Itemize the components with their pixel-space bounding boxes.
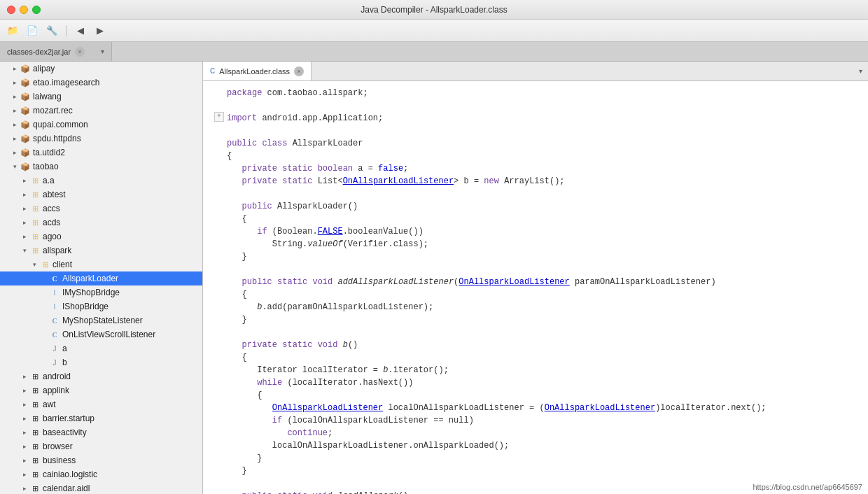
code-tab-label: AllsparkLoader.class bbox=[219, 67, 290, 76]
tree-label: alipay bbox=[33, 64, 55, 73]
code-line: { bbox=[203, 351, 868, 364]
tree-label: OnListViewScrollListener bbox=[62, 330, 155, 339]
watermark: https://blog.csdn.net/ap6645697 bbox=[752, 483, 862, 491]
tree-item-ta-utdid2[interactable]: 📦 ta.utdid2 bbox=[0, 146, 202, 160]
code-line: OnAllsparkLoadListener localOnAllsparkLo… bbox=[203, 402, 868, 414]
settings-button[interactable]: 🔧 bbox=[45, 24, 59, 38]
tree-label: IMyShopBridge bbox=[62, 288, 120, 297]
file-tree-panel[interactable]: 📦 alipay 📦 etao.imagesearch 📦 laiwang 📦 … bbox=[0, 62, 203, 494]
code-line: private static boolean a = false; bbox=[203, 162, 868, 175]
tree-item-etao-imagesearch[interactable]: 📦 etao.imagesearch bbox=[0, 76, 202, 90]
tree-item-awt[interactable]: ⊞ awt bbox=[0, 397, 202, 411]
tree-arrow bbox=[20, 470, 29, 479]
tree-label: IShopBridge bbox=[62, 302, 108, 311]
toolbar-separator bbox=[66, 25, 66, 36]
tree-item-cainiao-logistic[interactable]: ⊞ cainiao.logistic bbox=[0, 467, 202, 481]
code-line: } bbox=[203, 250, 868, 263]
package-icon: ⊞ bbox=[29, 469, 41, 480]
close-button[interactable] bbox=[7, 6, 15, 14]
tree-label: qupai.common bbox=[33, 120, 88, 129]
tree-item-applink[interactable]: ⊞ applink bbox=[0, 383, 202, 397]
code-tab-close[interactable]: × bbox=[294, 66, 304, 76]
tree-item-business[interactable]: ⊞ business bbox=[0, 453, 202, 467]
open-folder-button[interactable]: 📁 bbox=[6, 24, 20, 38]
fold-button[interactable]: + bbox=[214, 112, 224, 122]
tree-item-calendar-aidl[interactable]: ⊞ calendar.aidl bbox=[0, 481, 202, 494]
tree-item-allspark[interactable]: ⊞ allspark bbox=[0, 244, 202, 257]
code-content[interactable]: package com.taobao.allspark; + import an… bbox=[203, 81, 868, 494]
package-icon: ⊞ bbox=[29, 399, 41, 410]
code-line: public AllsparkLoader() bbox=[203, 200, 868, 213]
code-line: private static void b() bbox=[203, 339, 868, 351]
code-line: { bbox=[203, 389, 868, 402]
code-line: String.valueOf(Verifier.class); bbox=[203, 238, 868, 250]
tree-item-ishopbridge[interactable]: I IShopBridge bbox=[0, 299, 202, 313]
maximize-button[interactable] bbox=[32, 6, 41, 14]
tree-item-qupai-common[interactable]: 📦 qupai.common bbox=[0, 118, 202, 132]
jar-dropdown-arrow[interactable]: ▾ bbox=[101, 48, 104, 55]
tree-label: applink bbox=[43, 386, 69, 395]
tree-item-baseactivity[interactable]: ⊞ baseactivity bbox=[0, 425, 202, 439]
tree-item-spdu-httpdns[interactable]: 📦 spdu.httpdns bbox=[0, 132, 202, 146]
tree-item-browser[interactable]: ⊞ browser bbox=[0, 439, 202, 453]
tree-label: cainiao.logistic bbox=[43, 470, 97, 479]
code-line: { bbox=[203, 150, 868, 162]
tree-arrow bbox=[10, 120, 20, 129]
code-line: if (Boolean.FALSE.booleanValue()) bbox=[203, 225, 868, 238]
open-file-button[interactable]: 📄 bbox=[25, 24, 39, 38]
tree-item-b[interactable]: J b bbox=[0, 355, 202, 369]
tree-arrow bbox=[20, 246, 29, 255]
tree-item-acds[interactable]: ⊞ acds bbox=[0, 216, 202, 230]
tree-item-laiwang[interactable]: 📦 laiwang bbox=[0, 90, 202, 104]
file-icon: J bbox=[49, 343, 60, 354]
tree-item-accs[interactable]: ⊞ accs bbox=[0, 202, 202, 216]
package-icon: ⊞ bbox=[29, 371, 41, 382]
minimize-button[interactable] bbox=[20, 6, 28, 14]
code-line: Iterator localIterator = b.iterator(); bbox=[203, 364, 868, 376]
tree-item-alipay[interactable]: 📦 alipay bbox=[0, 62, 202, 76]
tree-label: mozart.rec bbox=[33, 106, 73, 115]
tree-item-a[interactable]: J a bbox=[0, 341, 202, 355]
code-line bbox=[203, 263, 868, 276]
tree-arrow bbox=[20, 484, 29, 493]
tree-item-allsparkloader[interactable]: C AllsparkLoader bbox=[0, 271, 202, 285]
code-line: private static List<OnAllsparkLoadListen… bbox=[203, 175, 868, 188]
code-tab-allsparkloader[interactable]: C AllsparkLoader.class × bbox=[203, 62, 312, 80]
forward-button[interactable]: ▶ bbox=[93, 24, 107, 38]
code-line: { bbox=[203, 213, 868, 225]
package-icon: ⊞ bbox=[29, 455, 41, 466]
tree-item-onlistviewscrolllistener[interactable]: C OnListViewScrollListener bbox=[0, 327, 202, 341]
code-line: { bbox=[203, 288, 868, 301]
tree-item-android[interactable]: ⊞ android bbox=[0, 369, 202, 383]
folder-icon: 📦 bbox=[20, 105, 31, 116]
code-line: if (localOnAllsparkLoadListener == null) bbox=[203, 414, 868, 427]
jar-tab-bar: classes-dex2jar.jar × ▾ bbox=[0, 42, 868, 62]
tree-item-imyshopbridge[interactable]: I IMyShopBridge bbox=[0, 285, 202, 299]
class-icon: C bbox=[49, 329, 60, 340]
tree-label: b bbox=[62, 358, 67, 367]
tree-item-abtest[interactable]: ⊞ abtest bbox=[0, 188, 202, 202]
interface-icon: I bbox=[49, 287, 60, 298]
folder-icon: 📦 bbox=[20, 119, 31, 130]
tree-item-mozart-rec[interactable]: 📦 mozart.rec bbox=[0, 104, 202, 118]
tree-arrow bbox=[10, 64, 20, 73]
tree-label: ta.utdid2 bbox=[33, 148, 65, 157]
code-panel: C AllsparkLoader.class × ▾ package com.t… bbox=[203, 62, 868, 494]
tree-label: android bbox=[43, 372, 71, 381]
tree-item-agoo[interactable]: ⊞ agoo bbox=[0, 230, 202, 244]
back-button[interactable]: ◀ bbox=[74, 24, 88, 38]
tree-item-myshopstatelistener[interactable]: C MyShopStateListener bbox=[0, 313, 202, 327]
jar-tab[interactable]: classes-dex2jar.jar × ▾ bbox=[0, 42, 112, 61]
folder-icon: 📦 bbox=[20, 161, 31, 172]
code-tab-dropdown-arrow[interactable]: ▾ bbox=[853, 62, 868, 80]
tree-item-client[interactable]: ⊞ client bbox=[0, 257, 202, 271]
package-icon: ⊞ bbox=[29, 385, 41, 396]
window-title: Java Decompiler - AllsparkLoader.class bbox=[360, 5, 507, 15]
tree-item-aa[interactable]: ⊞ a.a bbox=[0, 174, 202, 188]
tree-arrow bbox=[20, 400, 29, 409]
tree-item-barrier-startup[interactable]: ⊞ barrier.startup bbox=[0, 411, 202, 425]
package-icon: ⊞ bbox=[29, 203, 41, 214]
folder-icon: 📦 bbox=[20, 77, 31, 88]
tree-item-taobao[interactable]: 📦 taobao bbox=[0, 160, 202, 174]
jar-tab-close[interactable]: × bbox=[75, 47, 85, 57]
